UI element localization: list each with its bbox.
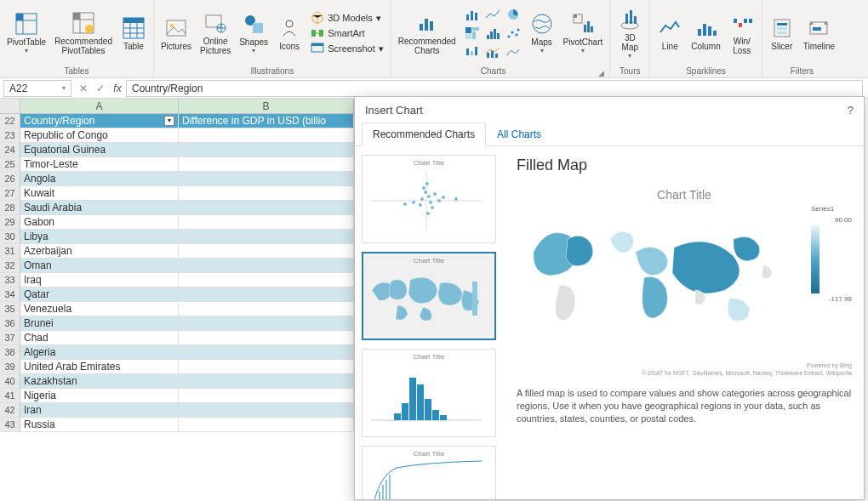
formula-input[interactable]: Country/Region (126, 80, 863, 97)
cell[interactable]: Venezuela (20, 302, 179, 316)
row-header[interactable]: 42 (0, 403, 20, 418)
3d-models-button[interactable]: 3D Models ▾ (307, 10, 387, 26)
cell[interactable] (179, 316, 354, 331)
row-header[interactable]: 26 (0, 172, 20, 186)
sparkline-column-button[interactable]: Column (688, 5, 723, 61)
combo-chart-button[interactable] (483, 43, 502, 60)
cell[interactable]: Gabon (20, 215, 179, 230)
cell[interactable] (179, 172, 354, 186)
row-header[interactable]: 34 (0, 288, 20, 302)
maps-button[interactable]: Maps ▾ (526, 5, 558, 61)
screenshot-button[interactable]: Screenshot ▾ (307, 41, 387, 56)
row-header[interactable]: 25 (0, 157, 20, 172)
cell[interactable]: Azerbaijan (20, 244, 179, 259)
row-header[interactable]: 28 (0, 201, 20, 215)
cell[interactable] (179, 360, 354, 374)
cell[interactable] (179, 418, 354, 432)
tab-all-charts[interactable]: All Charts (486, 122, 552, 146)
chart-thumb-scatter[interactable]: Chart Title (362, 155, 496, 243)
row-header[interactable]: 27 (0, 186, 20, 201)
row-header[interactable]: 24 (0, 143, 20, 157)
line-chart-button[interactable] (483, 6, 502, 23)
pivotchart-button[interactable]: PivotChart ▾ (560, 5, 607, 61)
filter-button[interactable]: ▾ (164, 116, 174, 126)
row-header[interactable]: 41 (0, 389, 20, 403)
chart-thumb-map[interactable]: Chart Title (362, 252, 496, 340)
slicer-button[interactable]: Slicer (766, 5, 798, 61)
cell[interactable] (179, 302, 354, 316)
cell-header[interactable]: Country/Region▾ (20, 114, 179, 128)
cell[interactable] (179, 403, 354, 418)
table-button[interactable]: Table (117, 5, 150, 61)
cell[interactable]: Equatorial Guinea (20, 143, 179, 157)
cell[interactable]: Iraq (20, 273, 179, 288)
cell[interactable]: Kuwait (20, 186, 179, 201)
row-header[interactable]: 23 (0, 128, 20, 143)
cell[interactable] (179, 244, 354, 259)
row-header[interactable]: 37 (0, 331, 20, 345)
sparkline-line-button[interactable]: Line (654, 5, 686, 61)
row-header[interactable]: 40 (0, 374, 20, 389)
surface-chart-button[interactable] (504, 43, 523, 60)
cell[interactable]: Chad (20, 331, 179, 345)
row-header[interactable]: 43 (0, 418, 20, 432)
scatter-chart-button[interactable] (504, 25, 523, 42)
cancel-formula-icon[interactable]: ✕ (75, 83, 92, 94)
row-header[interactable]: 22 (0, 114, 20, 128)
column-header-A[interactable]: A (20, 99, 179, 114)
waterfall-chart-button[interactable] (463, 43, 482, 60)
cell[interactable] (179, 143, 354, 157)
cell[interactable] (179, 215, 354, 230)
row-header[interactable]: 35 (0, 302, 20, 316)
cell[interactable] (179, 128, 354, 143)
charts-dialog-launcher[interactable]: ◢ (597, 69, 606, 77)
cell[interactable] (179, 288, 354, 302)
row-header[interactable]: 38 (0, 345, 20, 360)
enter-formula-icon[interactable]: ✓ (92, 83, 109, 94)
select-all-corner[interactable] (0, 99, 20, 114)
statistic-chart-button[interactable] (483, 25, 502, 42)
chart-preview[interactable]: Chart Title (517, 183, 852, 380)
chart-thumb-curve[interactable]: Chart Title (362, 446, 496, 499)
cell[interactable] (179, 374, 354, 389)
cell[interactable] (179, 273, 354, 288)
online-pictures-button[interactable]: Online Pictures (197, 5, 234, 61)
cell[interactable]: Nigeria (20, 389, 179, 403)
pivottable-button[interactable]: PivotTable ▾ (3, 5, 49, 61)
cell[interactable] (179, 201, 354, 215)
cell[interactable]: Qatar (20, 288, 179, 302)
row-header[interactable]: 36 (0, 316, 20, 331)
cell[interactable] (179, 259, 354, 273)
recommended-charts-button[interactable]: Recommended Charts (395, 5, 460, 61)
row-header[interactable]: 30 (0, 230, 20, 244)
row-header[interactable]: 29 (0, 215, 20, 230)
cell[interactable] (179, 186, 354, 201)
cell-header[interactable]: Difference in GDP in USD (billio (179, 114, 354, 128)
cell[interactable] (179, 331, 354, 345)
sparkline-winloss-button[interactable]: Win/ Loss (726, 5, 758, 61)
3d-map-button[interactable]: 3D Map ▾ (614, 5, 646, 61)
insert-function-icon[interactable]: fx (109, 83, 126, 94)
cell[interactable] (179, 345, 354, 360)
cell[interactable]: United Arab Emirates (20, 360, 179, 374)
cell[interactable]: Russia (20, 418, 179, 432)
cell[interactable]: Angola (20, 172, 179, 186)
row-header[interactable]: 39 (0, 360, 20, 374)
cell[interactable]: Algeria (20, 345, 179, 360)
pie-chart-button[interactable] (504, 6, 523, 23)
recommended-pivottables-button[interactable]: Recommended PivotTables (51, 5, 116, 61)
name-box[interactable]: A22 ▾ (3, 80, 71, 97)
smartart-button[interactable]: SmartArt (307, 26, 387, 41)
chart-thumb-histogram[interactable]: Chart Title (362, 349, 496, 437)
icons-button[interactable]: Icons (273, 5, 306, 61)
cell[interactable]: Brunei (20, 316, 179, 331)
cell[interactable] (179, 230, 354, 244)
tab-recommended-charts[interactable]: Recommended Charts (362, 122, 486, 146)
cell[interactable] (179, 157, 354, 172)
shapes-button[interactable]: Shapes ▾ (236, 5, 271, 61)
row-header[interactable]: 31 (0, 244, 20, 259)
hierarchy-chart-button[interactable] (463, 25, 482, 42)
cell[interactable]: Timor-Leste (20, 157, 179, 172)
timeline-button[interactable]: Timeline (800, 5, 838, 61)
row-header[interactable]: 32 (0, 259, 20, 273)
